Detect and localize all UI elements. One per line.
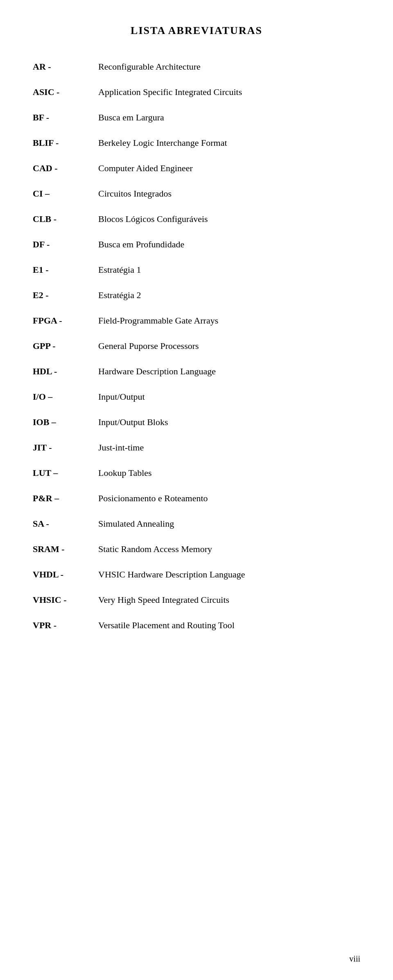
list-item: SRAM -Static Random Access Memory <box>33 544 360 564</box>
abbreviation-key: I/O – <box>33 392 98 402</box>
list-item: FPGA -Field-Programmable Gate Arrays <box>33 315 360 336</box>
abbreviation-key: IOB – <box>33 417 98 428</box>
abbreviation-value: Lookup Tables <box>98 468 360 478</box>
abbreviation-key: P&R – <box>33 493 98 504</box>
list-item: IOB –Input/Output Bloks <box>33 417 360 437</box>
list-item: ASIC -Application Specific Integrated Ci… <box>33 87 360 107</box>
abbreviation-value: VHSIC Hardware Description Language <box>98 569 360 580</box>
abbreviation-value: Blocos Lógicos Configuráveis <box>98 214 360 224</box>
list-item: GPP -General Puporse Processors <box>33 341 360 361</box>
abbreviation-key: BLIF - <box>33 138 98 148</box>
abbreviation-key: FPGA - <box>33 315 98 326</box>
page-number: viii <box>349 954 360 964</box>
abbreviation-key: BF - <box>33 112 98 123</box>
list-item: VHDL -VHSIC Hardware Description Languag… <box>33 569 360 590</box>
abbreviation-key: VHDL - <box>33 569 98 580</box>
abbreviation-key: SRAM - <box>33 544 98 555</box>
abbreviation-value: Hardware Description Language <box>98 366 360 377</box>
abbreviation-key: SA - <box>33 518 98 529</box>
abbreviation-value: Estratégia 1 <box>98 265 360 275</box>
abbreviation-list: AR -Reconfigurable ArchitectureASIC -App… <box>33 61 360 641</box>
abbreviation-key: JIT - <box>33 442 98 453</box>
abbreviation-value: Computer Aided Engineer <box>98 163 360 174</box>
abbreviation-key: GPP - <box>33 341 98 351</box>
list-item: HDL -Hardware Description Language <box>33 366 360 387</box>
abbreviation-key: VPR - <box>33 620 98 631</box>
abbreviation-value: Input/Output Bloks <box>98 417 360 428</box>
abbreviation-value: Static Random Access Memory <box>98 544 360 555</box>
abbreviation-key: E2 - <box>33 290 98 301</box>
abbreviation-key: ASIC - <box>33 87 98 97</box>
list-item: LUT –Lookup Tables <box>33 468 360 488</box>
abbreviation-key: HDL - <box>33 366 98 377</box>
list-item: VHSIC -Very High Speed Integrated Circui… <box>33 595 360 615</box>
abbreviation-value: Posicionamento e Roteamento <box>98 493 360 504</box>
list-item: AR -Reconfigurable Architecture <box>33 61 360 82</box>
abbreviation-key: CAD - <box>33 163 98 174</box>
list-item: I/O –Input/Output <box>33 392 360 412</box>
abbreviation-value: Circuitos Integrados <box>98 188 360 199</box>
abbreviation-key: LUT – <box>33 468 98 478</box>
abbreviation-value: Estratégia 2 <box>98 290 360 301</box>
list-item: P&R –Posicionamento e Roteamento <box>33 493 360 514</box>
list-item: CI –Circuitos Integrados <box>33 188 360 209</box>
abbreviation-value: Busca em Profundidade <box>98 239 360 250</box>
list-item: BLIF -Berkeley Logic Interchange Format <box>33 138 360 158</box>
page: LISTA ABREVIATURAS AR -Reconfigurable Ar… <box>0 0 393 980</box>
list-item: CLB -Blocos Lógicos Configuráveis <box>33 214 360 234</box>
abbreviation-key: VHSIC - <box>33 595 98 605</box>
list-item: BF -Busca em Largura <box>33 112 360 133</box>
abbreviation-value: Reconfigurable Architecture <box>98 61 360 72</box>
abbreviation-key: E1 - <box>33 265 98 275</box>
list-item: E2 -Estratégia 2 <box>33 290 360 310</box>
list-item: DF -Busca em Profundidade <box>33 239 360 260</box>
abbreviation-key: CLB - <box>33 214 98 224</box>
abbreviation-value: Application Specific Integrated Circuits <box>98 87 360 97</box>
list-item: JIT -Just-int-time <box>33 442 360 463</box>
abbreviation-value: Field-Programmable Gate Arrays <box>98 315 360 326</box>
abbreviation-value: Very High Speed Integrated Circuits <box>98 595 360 605</box>
abbreviation-value: Just-int-time <box>98 442 360 453</box>
list-item: CAD -Computer Aided Engineer <box>33 163 360 183</box>
abbreviation-key: DF - <box>33 239 98 250</box>
abbreviation-value: Versatile Placement and Routing Tool <box>98 620 360 631</box>
abbreviation-value: General Puporse Processors <box>98 341 360 351</box>
page-title: LISTA ABREVIATURAS <box>33 25 360 37</box>
abbreviation-key: AR - <box>33 61 98 72</box>
abbreviation-key: CI – <box>33 188 98 199</box>
list-item: E1 -Estratégia 1 <box>33 265 360 285</box>
abbreviation-value: Berkeley Logic Interchange Format <box>98 138 360 148</box>
abbreviation-value: Busca em Largura <box>98 112 360 123</box>
list-item: VPR -Versatile Placement and Routing Too… <box>33 620 360 641</box>
abbreviation-value: Input/Output <box>98 392 360 402</box>
list-item: SA -Simulated Annealing <box>33 518 360 539</box>
abbreviation-value: Simulated Annealing <box>98 518 360 529</box>
